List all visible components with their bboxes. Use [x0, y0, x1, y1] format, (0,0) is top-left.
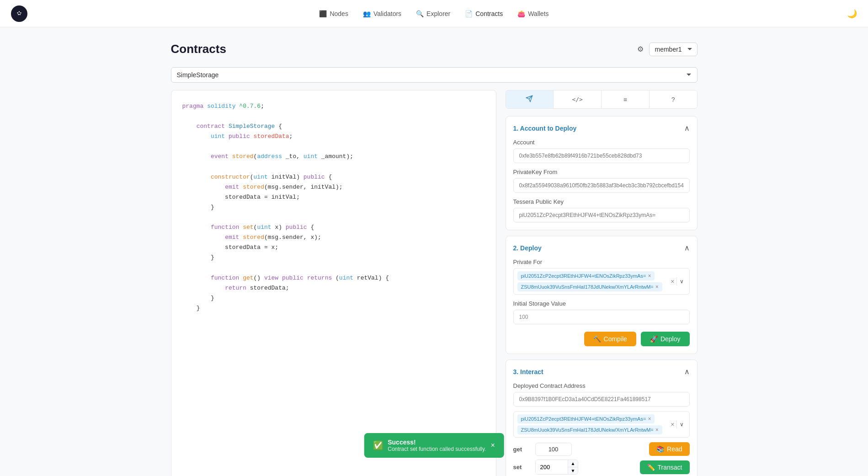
pencil-icon: ✏️	[647, 464, 655, 471]
set-row: set ▲ ▼ ✏️ Transact	[513, 460, 690, 475]
deploy-tag-1: piU2051ZcP2ecpt3REthHJFW4+tENOsZikRpz33y…	[517, 271, 655, 280]
code-line-3: contract SimpleStorage {	[182, 122, 485, 132]
account-section-title: 1. Account to Deploy	[513, 125, 577, 132]
deploy-btn-row: 🔨 Compile 🚀 Deploy	[513, 332, 690, 346]
tab-deploy[interactable]	[506, 90, 554, 108]
account-section-header[interactable]: 1. Account to Deploy ∧	[513, 124, 690, 132]
code-line-15: storedData = x;	[182, 243, 485, 253]
set-decrement[interactable]: ▼	[568, 467, 578, 474]
deploy-tab-icon	[526, 95, 533, 104]
compile-button[interactable]: 🔨 Compile	[584, 332, 636, 346]
deploy-section-header[interactable]: 2. Deploy ∧	[513, 243, 690, 252]
interact-tags-clear[interactable]: ×	[671, 420, 674, 428]
member-select[interactable]: member1 member2 member3	[649, 42, 698, 56]
code-line-14: emit stored(msg.sender, x);	[182, 233, 485, 243]
set-value-input[interactable]	[536, 460, 568, 474]
deploy-tag-1-remove[interactable]: ×	[648, 273, 651, 279]
interact-private-for-tags[interactable]: piU2051ZcP2ecpt3REthHJFW4+tENOsZikRpz33y…	[513, 411, 690, 438]
code-line-10: storedData = initVal;	[182, 192, 485, 202]
tags-controls: × ∨	[671, 277, 686, 286]
initial-value-label: Initial Storage Value	[513, 300, 690, 307]
dark-mode-toggle[interactable]: 🌙	[847, 9, 857, 19]
tessera-label: Tessera Public Key	[513, 198, 690, 205]
nav-explorer[interactable]: 🔍 Explorer	[416, 6, 450, 21]
code-line-18: function get() view public returns (uint…	[182, 273, 485, 283]
tags-dropdown-button[interactable]: ∨	[676, 277, 687, 286]
toast-text: Success! Contract set function called su…	[388, 439, 486, 452]
navbar-right: 🌙	[847, 9, 857, 19]
code-tab-icon: </>	[572, 96, 582, 103]
nav-nodes[interactable]: ⬛ Nodes	[319, 6, 348, 21]
navbar-links: ⬛ Nodes 👥 Validators 🔍 Explorer 📄 Contra…	[319, 6, 548, 21]
deployed-address-input[interactable]	[513, 392, 690, 407]
main-content: Contracts ⚙ member1 member2 member3 Simp…	[160, 27, 708, 476]
code-line-17	[182, 263, 485, 273]
code-panel: pragma solidity ^0.7.6; contract SimpleS…	[171, 90, 496, 476]
tags-clear-button[interactable]: ×	[671, 277, 674, 286]
tessera-input[interactable]	[513, 208, 690, 222]
code-line-21: }	[182, 303, 485, 313]
code-line-1: pragma solidity ^0.7.6;	[182, 101, 485, 111]
initial-value-input[interactable]	[513, 310, 690, 324]
contracts-icon: 📄	[465, 10, 473, 17]
success-toast: ✅ Success! Contract set function called …	[364, 433, 504, 458]
deploy-rocket-icon: 🚀	[650, 335, 658, 343]
interact-tag-2-remove[interactable]: ×	[655, 427, 659, 433]
tab-bar: </> ≡ ?	[506, 90, 698, 109]
svg-point-1	[17, 12, 18, 13]
interact-tag-1-remove[interactable]: ×	[648, 416, 651, 422]
deploy-button[interactable]: 🚀 Deploy	[641, 332, 690, 346]
interact-tags-dropdown[interactable]: ∨	[676, 420, 687, 428]
right-panel: </> ≡ ? 1. Account to Deploy ∧ Account P…	[506, 90, 698, 476]
code-line-5	[182, 142, 485, 152]
deploy-tag-2-remove[interactable]: ×	[655, 284, 659, 290]
explorer-icon: 🔍	[416, 10, 424, 17]
nav-contracts[interactable]: 📄 Contracts	[465, 6, 503, 21]
validators-icon: 👥	[363, 10, 371, 17]
interact-tag-1: piU2051ZcP2ecpt3REthHJFW4+tENOsZikRpz33y…	[517, 414, 655, 423]
interact-collapse-icon: ∧	[684, 367, 690, 376]
code-line-4: uint public storedData;	[182, 132, 485, 142]
set-spinners: ▲ ▼	[568, 460, 578, 474]
interact-section: 3. Interact ∧ Deployed Contract Address …	[506, 360, 698, 476]
set-value-input-wrap: ▲ ▼	[535, 460, 579, 475]
nav-validators[interactable]: 👥 Validators	[363, 6, 401, 21]
account-label: Account	[513, 139, 690, 146]
code-line-2	[182, 111, 485, 122]
private-key-input[interactable]	[513, 178, 690, 193]
code-line-6: event stored(address _to, uint _amount);	[182, 152, 485, 162]
interact-tag-2: ZSU8mUuok39VuSnsFmHaI178JdUNekw/XmYLArRn…	[517, 425, 662, 434]
svg-point-5	[19, 14, 21, 15]
read-button[interactable]: 📚 Read	[649, 442, 689, 456]
contract-selector[interactable]: SimpleStorage	[171, 67, 698, 83]
interact-section-title: 3. Interact	[513, 368, 543, 376]
navbar: ⬛ Nodes 👥 Validators 🔍 Explorer 📄 Contra…	[0, 0, 868, 27]
wallets-icon: 👛	[517, 10, 525, 17]
deploy-section: 2. Deploy ∧ Private For piU2051ZcP2ecpt3…	[506, 236, 698, 354]
nodes-icon: ⬛	[319, 10, 327, 17]
interact-section-header[interactable]: 3. Interact ∧	[513, 367, 690, 376]
tab-list[interactable]: ≡	[602, 90, 650, 108]
get-value-input[interactable]	[535, 443, 572, 456]
account-input[interactable]	[513, 148, 690, 163]
set-increment[interactable]: ▲	[568, 460, 578, 467]
app-logo[interactable]	[11, 5, 27, 22]
compile-icon: 🔨	[593, 335, 601, 343]
toast-close-button[interactable]: ×	[490, 441, 495, 450]
code-line-11: }	[182, 202, 485, 212]
deploy-section-title: 2. Deploy	[513, 244, 542, 252]
interact-tags-controls: × ∨	[671, 420, 686, 428]
svg-point-2	[19, 11, 20, 12]
filter-icon[interactable]: ⚙	[637, 45, 644, 53]
tab-help[interactable]: ?	[650, 90, 697, 108]
tab-code[interactable]: </>	[554, 90, 602, 108]
transact-button[interactable]: ✏️ Transact	[640, 460, 690, 474]
code-line-13: function set(uint x) public {	[182, 222, 485, 233]
set-label: set	[513, 464, 532, 471]
code-line-9: emit stored(msg.sender, initVal);	[182, 182, 485, 192]
code-line-16: }	[182, 253, 485, 263]
help-tab-icon: ?	[671, 96, 675, 103]
deploy-collapse-icon: ∧	[684, 243, 690, 252]
nav-wallets[interactable]: 👛 Wallets	[517, 6, 548, 21]
deploy-private-for-tags[interactable]: piU2051ZcP2ecpt3REthHJFW4+tENOsZikRpz33y…	[513, 268, 690, 295]
